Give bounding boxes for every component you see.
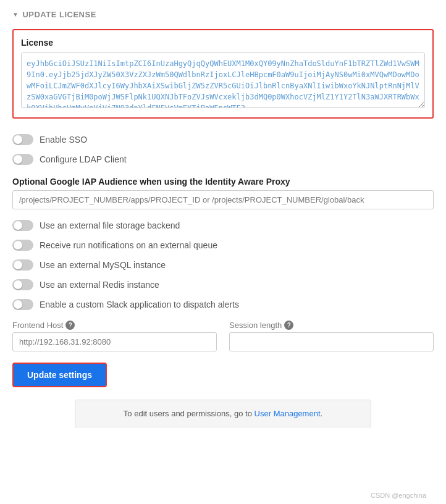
section-header: ▼ UPDATE LICENSE [12,10,434,19]
frontend-host-label-text: Frontend Host [12,321,63,330]
toggle-knob [14,280,22,289]
session-length-input[interactable]: 720 [229,332,434,351]
license-section: License [12,29,434,119]
configure-ldap-label: Configure LDAP Client [40,154,127,164]
external-redis-row: Use an external Redis instance [12,275,434,295]
license-label: License [21,38,425,48]
bottom-fields: Frontend Host ? Session length ? 720 [12,321,434,351]
run-notifications-label: Receive run notifications on an external… [40,240,217,250]
iap-input[interactable] [12,190,434,209]
toggle-knob [14,135,22,144]
session-length-help-icon[interactable]: ? [284,321,293,330]
user-management-link[interactable]: User Management [255,409,321,418]
external-redis-label: Use an external Redis instance [40,280,159,290]
frontend-host-col: Frontend Host ? [12,321,217,351]
run-notifications-row: Receive run notifications on an external… [12,235,434,255]
session-length-label: Session length ? [229,321,434,330]
external-mysql-row: Use an external MySQL instance [12,255,434,275]
info-box: To edit users and permissions, go to Use… [75,400,371,427]
slack-app-label: Enable a custom Slack application to dis… [40,300,239,309]
run-notifications-toggle[interactable] [12,240,33,251]
toggle-knob [14,221,22,230]
iap-label: Optional Google IAP Audience when using … [12,177,434,187]
toggle-knob [14,261,22,269]
session-length-label-text: Session length [229,321,282,330]
external-file-storage-label: Use an external file storage backend [40,220,180,230]
external-mysql-label: Use an external MySQL instance [40,260,166,270]
enable-sso-label: Enable SSO [40,135,87,145]
toggle-knob [14,241,22,250]
info-box-text: To edit users and permissions, go to [124,409,255,418]
enable-sso-toggle[interactable] [12,134,33,145]
external-file-storage-toggle[interactable] [12,220,33,231]
session-length-col: Session length ? 720 [229,321,434,351]
frontend-host-input[interactable] [12,332,217,351]
slack-app-row: Enable a custom Slack application to dis… [12,295,434,314]
toggle-knob [14,155,22,164]
external-redis-toggle[interactable] [12,279,33,290]
toggle-knob [14,300,22,309]
configure-ldap-row: Configure LDAP Client [12,149,434,169]
frontend-host-label: Frontend Host ? [12,321,217,330]
chevron-icon: ▼ [12,11,19,18]
slack-app-toggle[interactable] [12,299,33,310]
update-settings-button[interactable]: Update settings [12,363,107,387]
configure-ldap-toggle[interactable] [12,154,33,165]
section-title: UPDATE LICENSE [22,10,96,19]
frontend-host-help-icon[interactable]: ? [65,321,75,330]
info-box-text-after: . [321,409,323,418]
license-textarea[interactable] [21,52,425,108]
external-mysql-toggle[interactable] [12,259,33,271]
enable-sso-row: Enable SSO [12,130,434,149]
external-file-storage-row: Use an external file storage backend [12,216,434,235]
watermark: CSDN @engchina [371,492,426,499]
